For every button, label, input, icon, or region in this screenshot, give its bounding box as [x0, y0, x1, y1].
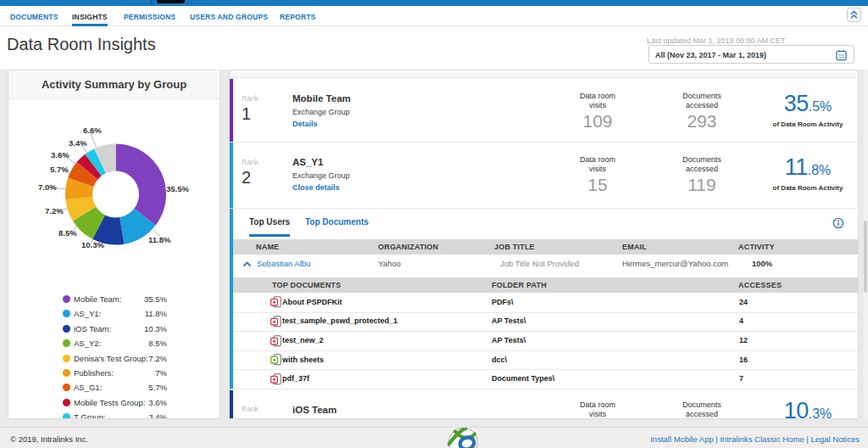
svg-text:35.5%: 35.5%	[166, 184, 189, 193]
svg-text:10.3%: 10.3%	[81, 240, 104, 249]
svg-text:3.4%: 3.4%	[69, 138, 87, 148]
svg-text:7.0%: 7.0%	[38, 182, 57, 192]
svg-text:7.2%: 7.2%	[45, 206, 64, 216]
svg-text:6.6%: 6.6%	[83, 126, 102, 135]
svg-text:3.6%: 3.6%	[51, 150, 70, 160]
svg-text:8.5%: 8.5%	[58, 228, 77, 238]
svg-text:5.7%: 5.7%	[50, 165, 69, 174]
svg-text:11.8%: 11.8%	[148, 235, 171, 244]
